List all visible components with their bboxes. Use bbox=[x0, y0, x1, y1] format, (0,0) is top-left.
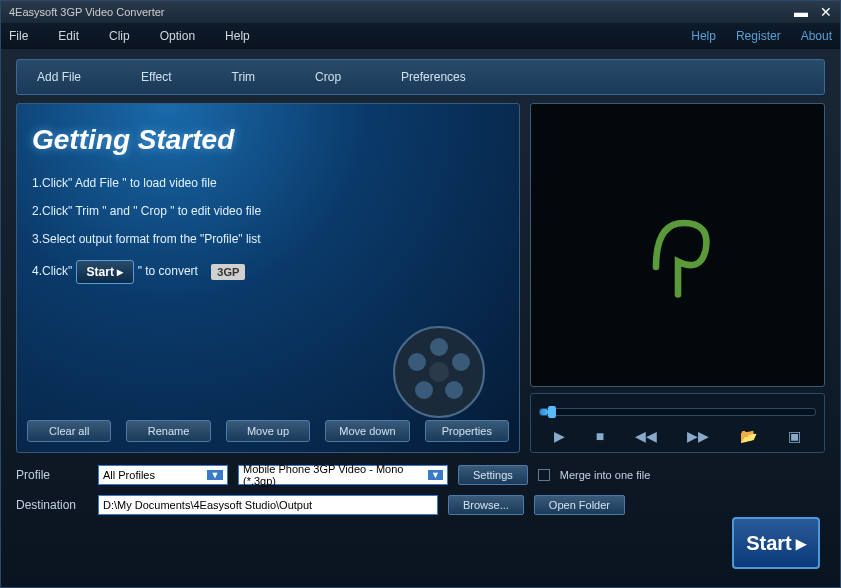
play-icon[interactable]: ▶ bbox=[554, 428, 565, 444]
link-help[interactable]: Help bbox=[691, 29, 716, 43]
move-down-button[interactable]: Move down bbox=[325, 420, 409, 442]
svg-point-4 bbox=[445, 381, 463, 399]
gs-step-4: 4.Click" Start ▸ " to convert 3GP bbox=[32, 260, 504, 284]
merge-label: Merge into one file bbox=[560, 469, 651, 481]
svg-point-2 bbox=[430, 338, 448, 356]
menu-file[interactable]: File bbox=[9, 29, 28, 43]
menu-clip[interactable]: Clip bbox=[109, 29, 130, 43]
link-register[interactable]: Register bbox=[736, 29, 781, 43]
open-icon[interactable]: 📂 bbox=[740, 428, 757, 444]
menu-help[interactable]: Help bbox=[225, 29, 250, 43]
svg-point-5 bbox=[415, 381, 433, 399]
getting-started-panel: Getting Started 1.Click" Add File " to l… bbox=[16, 103, 520, 453]
svg-point-3 bbox=[452, 353, 470, 371]
rename-button[interactable]: Rename bbox=[126, 420, 210, 442]
clear-all-button[interactable]: Clear all bbox=[27, 420, 111, 442]
settings-button[interactable]: Settings bbox=[458, 465, 528, 485]
next-icon[interactable]: ▶▶ bbox=[687, 428, 709, 444]
film-reel-icon bbox=[389, 322, 489, 422]
gs-step-2: 2.Click" Trim " and " Crop " to edit vid… bbox=[32, 204, 504, 218]
toolbar-crop[interactable]: Crop bbox=[315, 70, 341, 84]
menubar: File Edit Clip Option Help Help Register… bbox=[1, 23, 840, 49]
move-up-button[interactable]: Move up bbox=[226, 420, 310, 442]
preview-area bbox=[530, 103, 825, 387]
gs-start-sample: Start ▸ bbox=[76, 260, 135, 284]
browse-button[interactable]: Browse... bbox=[448, 495, 524, 515]
link-about[interactable]: About bbox=[801, 29, 832, 43]
logo-icon bbox=[623, 190, 733, 300]
menu-option[interactable]: Option bbox=[160, 29, 195, 43]
toolbar-trim[interactable]: Trim bbox=[232, 70, 256, 84]
stop-icon[interactable]: ■ bbox=[596, 428, 604, 444]
play-arrow-icon: ▸ bbox=[796, 531, 806, 555]
app-title: 4Easysoft 3GP Video Converter bbox=[9, 6, 165, 18]
destination-input[interactable]: D:\My Documents\4Easysoft Studio\Output bbox=[98, 495, 438, 515]
toolbar-preferences[interactable]: Preferences bbox=[401, 70, 466, 84]
dropdown-arrow-icon: ▼ bbox=[428, 470, 443, 480]
snapshot-icon[interactable]: ▣ bbox=[788, 428, 801, 444]
toolbar-effect[interactable]: Effect bbox=[141, 70, 171, 84]
toolbar: Add File Effect Trim Crop Preferences bbox=[16, 59, 825, 95]
svg-point-1 bbox=[429, 362, 449, 382]
close-button[interactable]: ✕ bbox=[820, 4, 832, 20]
destination-label: Destination bbox=[16, 498, 88, 512]
merge-checkbox[interactable] bbox=[538, 469, 550, 481]
properties-button[interactable]: Properties bbox=[425, 420, 509, 442]
gs-3gp-badge: 3GP bbox=[211, 264, 245, 280]
seek-slider[interactable] bbox=[539, 408, 816, 416]
dropdown-arrow-icon: ▼ bbox=[207, 470, 223, 480]
svg-point-6 bbox=[408, 353, 426, 371]
prev-icon[interactable]: ◀◀ bbox=[635, 428, 657, 444]
profile-format-combo[interactable]: Mobile Phone 3GP Video - Mono (*.3gp)▼ bbox=[238, 465, 448, 485]
titlebar: 4Easysoft 3GP Video Converter ▬ ✕ bbox=[1, 1, 840, 23]
minimize-button[interactable]: ▬ bbox=[794, 4, 808, 20]
profile-category-combo[interactable]: All Profiles▼ bbox=[98, 465, 228, 485]
gs-step-1: 1.Click" Add File " to load video file bbox=[32, 176, 504, 190]
profile-label: Profile bbox=[16, 468, 88, 482]
toolbar-addfile[interactable]: Add File bbox=[37, 70, 81, 84]
open-folder-button[interactable]: Open Folder bbox=[534, 495, 625, 515]
gs-step-3: 3.Select output format from the "Profile… bbox=[32, 232, 504, 246]
start-button[interactable]: Start▸ bbox=[732, 517, 820, 569]
player-controls-panel: ▶ ■ ◀◀ ▶▶ 📂 ▣ bbox=[530, 393, 825, 453]
gs-title: Getting Started bbox=[32, 124, 504, 156]
menu-edit[interactable]: Edit bbox=[58, 29, 79, 43]
